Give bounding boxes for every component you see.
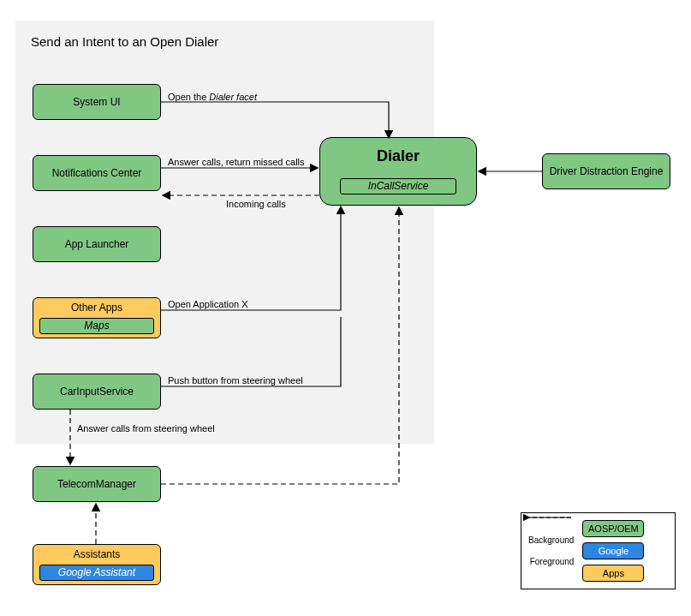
edge-label-open-app-x: Open Application X [168,299,248,309]
legend-google: Google [582,542,644,559]
box-driver-distraction-engine: Driver Distraction Engine [542,153,670,189]
box-label: Assistants [74,548,121,561]
box-other-apps: Other Apps Maps [33,297,161,338]
legend-background-arrow: Background [528,535,574,545]
box-label: Maps [84,320,109,332]
box-assistants: Assistants Google Assistant [33,544,161,585]
edge-label-open-facet: Open the Dialer facet [168,92,257,102]
box-label: InCallService [368,180,429,192]
box-label: App Launcher [65,238,129,251]
box-google-assistant: Google Assistant [39,565,154,581]
box-label: Google Assistant [58,566,135,578]
legend: Background Foreground AOSP/OEM Google Ap… [521,512,676,589]
legend-aosp: AOSP/OEM [582,520,644,537]
box-label: Other Apps [71,302,122,314]
box-car-input-service: CarInputService [33,374,161,410]
panel-title: Send an Intent to an Open Dialer [31,34,218,49]
box-label: Driver Distraction Engine [550,165,664,178]
legend-label: Background [528,535,574,545]
box-label: Dialer [377,147,420,166]
box-telecom-manager: TelecomManager [33,466,161,502]
box-label: Notifications Center [52,167,142,180]
box-app-launcher: App Launcher [33,226,161,262]
box-dialer: Dialer InCallService [319,137,477,206]
box-system-ui: System UI [33,84,161,120]
edge-label-incoming: Incoming calls [226,199,286,209]
legend-arrows: Background Foreground [528,535,574,566]
edge-label-answer-calls: Answer calls, return missed calls [168,157,305,167]
box-label: System UI [73,96,120,109]
box-label: CarInputService [60,386,134,398]
legend-apps: Apps [582,565,644,582]
box-label: TelecomManager [57,478,136,491]
legend-foreground-arrow: Foreground [530,557,575,566]
box-notifications-center: Notifications Center [33,155,161,191]
edge-label-push-button: Push button from steering wheel [168,375,303,386]
edge-label-answer-steering: Answer calls from steering wheel [77,423,215,434]
legend-label: Foreground [530,557,575,566]
box-incall-service: InCallService [340,178,456,194]
legend-swatches: AOSP/OEM Google Apps [582,520,644,582]
box-maps: Maps [39,318,154,334]
